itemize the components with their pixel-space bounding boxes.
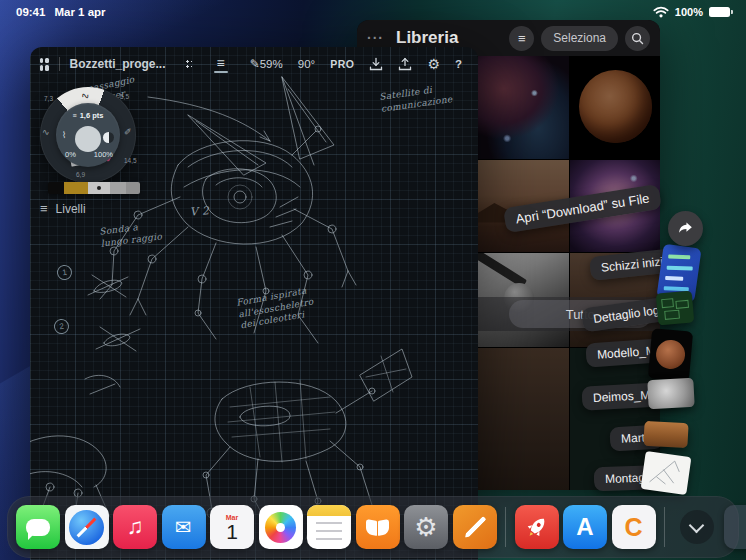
app-messages[interactable]: [16, 505, 60, 549]
rocket-icon: [518, 509, 555, 546]
pen-tool-icon[interactable]: ✎: [250, 57, 260, 71]
app-books[interactable]: [356, 505, 400, 549]
library-title: Libreria: [396, 28, 458, 48]
select-button[interactable]: Seleziona: [541, 26, 618, 51]
tool-wheel-center[interactable]: ≡1,6 pts ⌇ 0% 100%: [56, 103, 120, 167]
share-arrow-icon: [676, 219, 695, 238]
layers-panel-toggle[interactable]: ≡ Livelli: [40, 201, 86, 216]
dock: ♫ ✉ Mar 1 ⚙ A C: [7, 496, 739, 558]
pressure-icon: ⌇: [62, 130, 66, 140]
app-rocket[interactable]: [515, 505, 559, 549]
pen-icon: [463, 515, 486, 538]
brush-preview-circle[interactable]: [75, 126, 101, 152]
app-settings[interactable]: ⚙: [404, 505, 448, 549]
filter-icon: ≡: [518, 31, 526, 46]
drag-thumb-marte[interactable]: [643, 421, 688, 448]
chevron-down-icon: [689, 517, 705, 533]
app-c[interactable]: C: [612, 505, 656, 549]
compass-icon: [69, 510, 104, 545]
gallery-grid-icon[interactable]: [40, 58, 49, 71]
clock: 09:41: [16, 6, 45, 18]
ipad-screen: 09:41 Mar 1 apr 100%: [0, 0, 746, 560]
app-notes[interactable]: [307, 505, 351, 549]
app-appstore[interactable]: A: [563, 505, 607, 549]
drag-thumb-dettaglio[interactable]: [656, 290, 695, 325]
zoom-level[interactable]: 59%: [260, 58, 283, 70]
app-safari[interactable]: [65, 505, 109, 549]
app-photos[interactable]: [259, 505, 303, 549]
opacity-max: 100%: [94, 150, 113, 159]
tool-value: 14,5: [124, 157, 137, 164]
app-calendar[interactable]: Mar 1: [210, 505, 254, 549]
rotation-angle[interactable]: 90°: [298, 58, 315, 70]
tool-wheel[interactable]: ∿ 7,3 5,5 14,5 6,9 ∿ ✐ ≡1,6 pts ⌇ 0% 100…: [40, 87, 136, 183]
import-icon[interactable]: [369, 57, 383, 71]
color-strip[interactable]: [48, 182, 140, 194]
drag-thumb-deimos[interactable]: [647, 378, 694, 409]
book-icon: [366, 519, 377, 536]
app-concepts[interactable]: [453, 505, 497, 549]
notes-icon: [307, 505, 351, 516]
dock-divider: [664, 507, 665, 547]
calendar-day: 1: [226, 521, 238, 543]
opacity-icon: [103, 132, 114, 143]
search-button[interactable]: [625, 26, 650, 51]
app-library[interactable]: [724, 505, 746, 549]
gear-icon: ⚙: [414, 512, 437, 543]
marker-tool-glyph[interactable]: ✐: [124, 127, 132, 137]
envelope-icon: ✉: [175, 515, 192, 539]
app-mail[interactable]: ✉: [162, 505, 206, 549]
divider: [59, 57, 60, 71]
chevron-down-button[interactable]: [680, 510, 714, 544]
pro-badge[interactable]: PRO: [330, 58, 354, 70]
opacity-min: 0%: [65, 150, 76, 159]
share-button[interactable]: [668, 211, 703, 246]
wifi-icon: [653, 6, 669, 18]
dock-divider: [505, 507, 506, 547]
message-bubble-icon: [26, 519, 50, 536]
annotation-version: V 2: [189, 204, 210, 220]
search-icon: [631, 32, 644, 45]
document-title[interactable]: Bozzetti_proge...: [69, 57, 165, 71]
multitasking-dots[interactable]: ···: [367, 30, 384, 46]
tool-value: 7,3: [44, 95, 53, 102]
export-icon[interactable]: [398, 57, 412, 71]
music-note-icon: ♫: [127, 514, 144, 540]
battery-percent: 100%: [675, 6, 703, 18]
layers-tool-icon[interactable]: ≡: [214, 56, 228, 73]
drag-thumb-montaggio[interactable]: [641, 451, 692, 495]
app-music[interactable]: ♫: [113, 505, 157, 549]
tool-value: 5,5: [120, 93, 129, 100]
battery-icon: [709, 7, 730, 17]
tool-value: 6,9: [76, 171, 85, 178]
c-app-icon: C: [624, 513, 642, 542]
photos-flower-icon: [265, 512, 296, 543]
date: Mar 1 apr: [54, 6, 105, 18]
filter-button[interactable]: ≡: [509, 26, 534, 51]
settings-gear-icon[interactable]: ⚙: [427, 56, 440, 72]
layers-label: Livelli: [56, 202, 86, 216]
help-button[interactable]: ?: [455, 58, 462, 70]
status-bar: 09:41 Mar 1 apr 100%: [0, 0, 746, 24]
brush-size-value: 1,6 pts: [80, 111, 104, 120]
size-lines-icon: ≡: [73, 112, 77, 119]
dot-grid-icon[interactable]: [184, 58, 192, 70]
pen-tool-glyph[interactable]: ∿: [42, 127, 50, 137]
drag-thumb-modello[interactable]: [648, 328, 693, 381]
appstore-a-icon: A: [576, 513, 593, 541]
layers-icon: ≡: [40, 201, 48, 216]
drawing-app-window: passaggio al laser Satellite di comunica…: [30, 47, 478, 560]
editor-toolbar: Bozzetti_proge... ≡ ✎ 59% 90° PRO ⚙: [30, 47, 478, 81]
